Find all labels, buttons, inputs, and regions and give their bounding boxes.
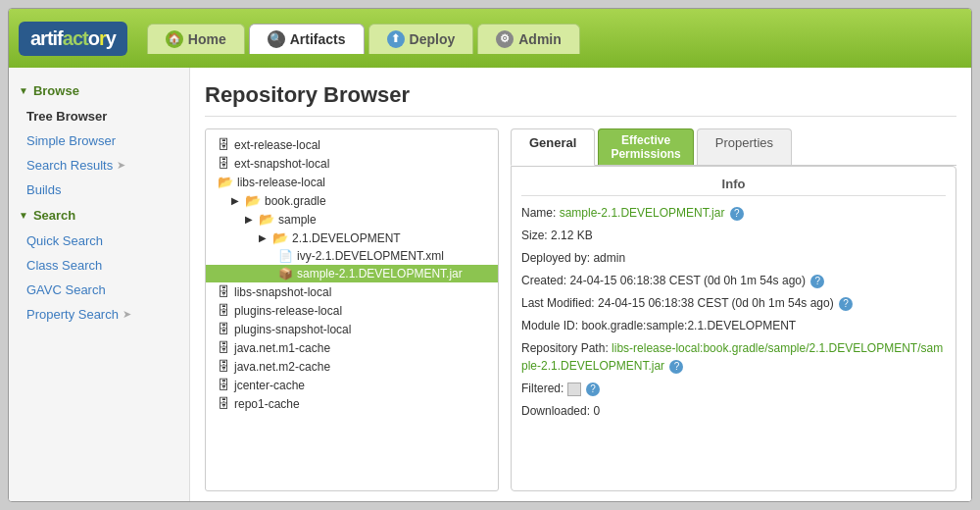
property-search-label: Property Search bbox=[26, 307, 119, 322]
sidebar: ▼ Browse Tree Browser Simple Browser Sea… bbox=[9, 68, 190, 501]
home-icon: 🏠 bbox=[166, 30, 183, 48]
tree-expand-arrow-icon: ▶ bbox=[231, 195, 239, 206]
info-filtered-checkbox[interactable] bbox=[567, 382, 581, 396]
info-name-value[interactable]: sample-2.1.DEVELOPMENT.jar bbox=[560, 206, 725, 220]
tab-home[interactable]: 🏠 Home bbox=[147, 24, 245, 54]
tree-item-sample-jar[interactable]: 📦sample-2.1.DEVELOPMENT.jar bbox=[206, 265, 498, 282]
tree-item-ext-release-local[interactable]: 🗄ext-release-local bbox=[206, 135, 498, 154]
info-filtered-label: Filtered: bbox=[521, 382, 564, 395]
tree-item-label: 2.1.DEVELOPMENT bbox=[292, 231, 401, 245]
tree-item-label: plugins-snapshot-local bbox=[234, 323, 351, 336]
tab-effective-permissions[interactable]: EffectivePermissions bbox=[598, 128, 693, 165]
simple-browser-label: Simple Browser bbox=[26, 133, 116, 148]
search-triangle-icon: ▼ bbox=[19, 210, 28, 221]
tree-item-label: ivy-2.1.DEVELOPMENT.xml bbox=[297, 249, 444, 263]
repo-icon: 🗄 bbox=[218, 284, 230, 299]
info-created-help-icon[interactable]: ? bbox=[810, 275, 824, 288]
tree-panel[interactable]: 🗄ext-release-local🗄ext-snapshot-local📂li… bbox=[205, 128, 499, 491]
info-filtered-help-icon[interactable]: ? bbox=[586, 382, 600, 396]
tab-deploy-label: Deploy bbox=[410, 31, 456, 47]
file-icon: 📄 bbox=[278, 249, 293, 263]
repo-icon: 🗄 bbox=[218, 322, 230, 336]
repo-icon: 🗄 bbox=[218, 303, 230, 318]
search-results-label: Search Results bbox=[26, 158, 113, 173]
info-downloaded-row: Downloaded: 0 bbox=[521, 402, 946, 420]
sidebar-item-simple-browser[interactable]: Simple Browser bbox=[9, 128, 189, 153]
info-size-value: 2.12 KB bbox=[551, 229, 593, 242]
tree-item-plugins-snapshot-local[interactable]: 🗄plugins-snapshot-local bbox=[206, 320, 498, 338]
tree-item-plugins-release-local[interactable]: 🗄plugins-release-local bbox=[206, 301, 498, 320]
info-modified-value: 24-04-15 06:18:38 CEST (0d 0h 1m 54s ago… bbox=[598, 296, 834, 310]
tree-item-2-1-dev[interactable]: ▶📂2.1.DEVELOPMENT bbox=[206, 229, 498, 247]
sidebar-item-quick-search[interactable]: Quick Search bbox=[9, 229, 189, 253]
info-name-help-icon[interactable]: ? bbox=[730, 207, 744, 221]
sidebar-item-class-search[interactable]: Class Search bbox=[9, 253, 189, 278]
info-deployed-value: admin bbox=[593, 251, 625, 265]
admin-icon: ⚙ bbox=[496, 30, 514, 48]
tree-item-java-net-m1-cache[interactable]: 🗄java.net.m1-cache bbox=[206, 338, 498, 357]
browse-triangle-icon: ▼ bbox=[19, 85, 28, 96]
tree-item-jcenter-cache[interactable]: 🗄jcenter-cache bbox=[206, 376, 498, 394]
tree-container: 🗄ext-release-local🗄ext-snapshot-local📂li… bbox=[206, 135, 498, 413]
info-tab-row: General EffectivePermissions Properties bbox=[511, 128, 956, 166]
jar-file-icon: 📦 bbox=[278, 267, 293, 280]
tab-admin-label: Admin bbox=[518, 31, 562, 47]
info-panel: General EffectivePermissions Properties … bbox=[511, 128, 956, 491]
tree-item-label: java.net.m1-cache bbox=[234, 341, 330, 355]
tree-item-ext-snapshot-local[interactable]: 🗄ext-snapshot-local bbox=[206, 154, 498, 173]
search-results-arrow-icon: ➤ bbox=[117, 159, 125, 172]
tree-item-label: book.gradle bbox=[265, 194, 326, 208]
tab-home-label: Home bbox=[188, 31, 226, 47]
sidebar-item-tree-browser[interactable]: Tree Browser bbox=[9, 104, 189, 128]
property-search-arrow-icon: ➤ bbox=[122, 308, 131, 321]
tree-item-repo1-cache[interactable]: 🗄repo1-cache bbox=[206, 394, 498, 413]
info-module-value: book.gradle:sample:2.1.DEVELOPMENT bbox=[581, 319, 796, 332]
info-created-label: Created: bbox=[521, 274, 566, 287]
logo[interactable]: artifactory bbox=[19, 22, 127, 56]
info-repo-path-help-icon[interactable]: ? bbox=[669, 360, 683, 374]
info-created-value: 24-04-15 06:18:38 CEST (0d 0h 1m 54s ago… bbox=[569, 274, 806, 287]
tree-item-java-net-m2-cache[interactable]: 🗄java.net.m2-cache bbox=[206, 357, 498, 376]
repo-icon: 🗄 bbox=[218, 156, 230, 171]
sidebar-item-gavc-search[interactable]: GAVC Search bbox=[9, 278, 189, 302]
tree-item-label: repo1-cache bbox=[234, 397, 300, 411]
tree-item-ivy-xml[interactable]: 📄ivy-2.1.DEVELOPMENT.xml bbox=[206, 247, 498, 265]
tab-general-label: General bbox=[529, 135, 576, 150]
tab-properties[interactable]: Properties bbox=[697, 128, 792, 165]
repo-icon: 🗄 bbox=[218, 137, 230, 152]
sidebar-item-property-search[interactable]: Property Search ➤ bbox=[9, 302, 189, 327]
info-filtered-row: Filtered: ? bbox=[521, 380, 946, 397]
info-modified-row: Last Modified: 24-04-15 06:18:38 CEST (0… bbox=[521, 294, 946, 312]
tree-item-label: ext-release-local bbox=[234, 138, 320, 152]
tree-expand-arrow-icon: ▶ bbox=[245, 214, 253, 225]
two-panel: 🗄ext-release-local🗄ext-snapshot-local📂li… bbox=[205, 128, 956, 491]
search-header-label: Search bbox=[33, 208, 75, 223]
repo-icon: 🗄 bbox=[218, 340, 230, 355]
tree-item-label: sample-2.1.DEVELOPMENT.jar bbox=[297, 267, 463, 280]
content-area: Repository Browser 🗄ext-release-local🗄ex… bbox=[190, 68, 971, 501]
info-deployed-row: Deployed by: admin bbox=[521, 249, 946, 267]
tab-deploy[interactable]: ⬆ Deploy bbox=[368, 24, 474, 54]
tree-item-book-gradle[interactable]: ▶📂book.gradle bbox=[206, 191, 498, 210]
nav-tabs: 🏠 Home 🔍 Artifacts ⬆ Deploy ⚙ Admin bbox=[147, 24, 580, 54]
repo-icon: 📂 bbox=[218, 175, 233, 189]
tree-item-libs-snapshot-local[interactable]: 🗄libs-snapshot-local bbox=[206, 282, 498, 301]
sidebar-item-builds[interactable]: Builds bbox=[9, 178, 189, 202]
repo-icon: 🗄 bbox=[218, 378, 230, 392]
repo-icon: 🗄 bbox=[218, 359, 230, 374]
browse-header-label: Browse bbox=[33, 83, 79, 98]
tab-general[interactable]: General bbox=[511, 128, 595, 166]
tree-item-label: jcenter-cache bbox=[234, 379, 305, 392]
main-content: ▼ Browse Tree Browser Simple Browser Sea… bbox=[9, 68, 971, 501]
tree-item-libs-release-local[interactable]: 📂libs-release-local bbox=[206, 173, 498, 191]
search-section-header[interactable]: ▼ Search bbox=[9, 202, 189, 229]
tab-admin[interactable]: ⚙ Admin bbox=[477, 24, 580, 54]
tree-item-sample[interactable]: ▶📂sample bbox=[206, 210, 498, 229]
info-module-label: Module ID: bbox=[521, 319, 578, 332]
folder-open-icon: 📂 bbox=[245, 193, 261, 208]
tree-item-label: ext-snapshot-local bbox=[234, 157, 329, 171]
sidebar-item-search-results[interactable]: Search Results ➤ bbox=[9, 153, 189, 178]
tab-artifacts[interactable]: 🔍 Artifacts bbox=[249, 24, 365, 54]
info-modified-help-icon[interactable]: ? bbox=[839, 297, 853, 311]
browse-section-header[interactable]: ▼ Browse bbox=[9, 77, 189, 104]
